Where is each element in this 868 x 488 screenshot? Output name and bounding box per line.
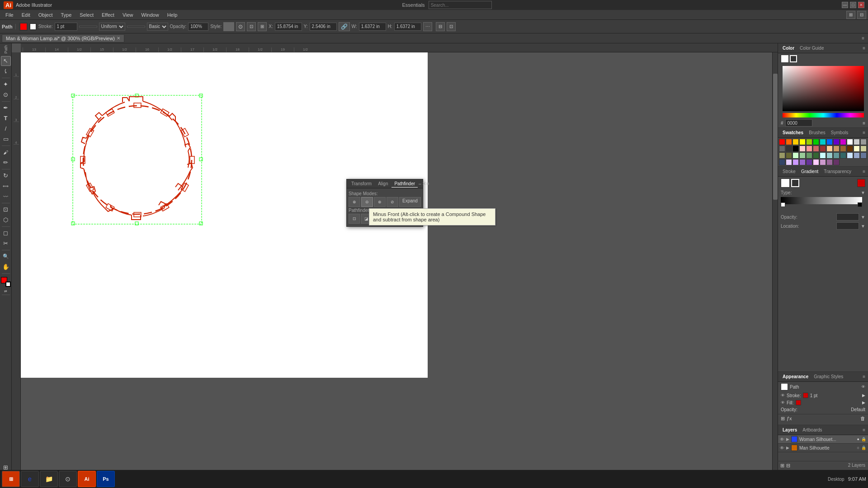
gradient-stop-white[interactable] [781,202,785,207]
color-swatch[interactable] [806,152,812,159]
color-swatch[interactable] [860,139,867,145]
color-swatch[interactable] [847,145,853,152]
appearance-fill-expand[interactable]: ▶ [862,400,865,405]
location-dropdown[interactable]: ▼ [861,224,865,229]
color-swatch[interactable] [799,152,806,159]
stroke-color-box[interactable] [19,23,28,31]
color-swatch[interactable] [833,159,840,165]
layer-2-lock[interactable]: 🔒 [861,446,866,450]
fill-color-box[interactable] [29,23,37,30]
symbol-btn[interactable]: ⊙ [236,22,245,31]
appearance-stroke-color[interactable] [803,393,808,398]
color-swatch[interactable] [854,139,860,145]
shaper-tool[interactable]: ⬡ [1,215,11,225]
vertical-scrollbar[interactable] [772,52,778,474]
visibility-icon[interactable]: 👁 [861,385,865,389]
doc-tab-close[interactable]: ✕ [117,36,120,41]
appearance-vis-stroke[interactable]: 👁 [781,393,785,398]
type-tool[interactable]: T [1,113,11,123]
layers-tab[interactable]: Layers [781,427,799,432]
appearance-tab[interactable]: Appearance [781,374,810,379]
scissors-tool[interactable]: ✂ [1,239,11,249]
stroke-type-select[interactable]: Uniform [99,23,125,31]
color-swatch[interactable] [793,145,799,152]
pathfinder-menu-icon[interactable]: ≡ [427,181,429,186]
opacity-value-input[interactable] [836,213,859,221]
layer-item-2[interactable]: 👁 ▶ Man Silhouette ○ 🔒 [778,444,868,452]
search-input[interactable] [429,1,492,9]
paintbrush-tool[interactable]: 🖌 [1,147,11,157]
layer-1-expand[interactable]: ▶ [786,437,789,441]
color-panel-menu-btn[interactable]: ≡ [863,121,865,126]
color-swatch[interactable] [826,159,833,165]
direct-selection-tool[interactable]: ⤹ [1,66,11,76]
stroke-swatch[interactable] [5,282,11,287]
color-swatch[interactable] [799,145,806,152]
color-swatch[interactable] [779,152,785,159]
intersect-button[interactable]: ⊗ [374,197,386,207]
color-swatch[interactable] [799,159,806,165]
h-input[interactable] [394,23,421,31]
stroke-red-accent[interactable] [857,179,865,187]
color-swatch[interactable] [820,159,826,165]
swap-colors-icon[interactable]: ⇄ [4,289,7,293]
appearance-add-icon[interactable]: ⊞ [781,416,785,422]
hand-tool[interactable]: ✋ [1,262,11,272]
rectangle-tool[interactable]: ▭ [1,134,11,144]
selection-tool[interactable]: ↖ [1,56,11,66]
gradient-stop-black[interactable] [858,202,862,207]
minimize-button[interactable]: — [842,2,848,8]
stroke-panel-tab-stroke[interactable]: Stroke [781,169,797,174]
link-proportions-btn[interactable]: 🔗 [339,22,350,31]
layers-menu[interactable]: ≡ [863,427,865,432]
layer-1-eye[interactable]: 👁 [780,437,784,442]
appearance-fx-icon[interactable]: ƒx [787,416,792,422]
color-swatch[interactable] [820,152,826,159]
color-swatch[interactable] [786,152,792,159]
color-swatch[interactable] [786,139,792,145]
taskbar-ai-btn[interactable]: Ai [78,471,96,487]
stroke-type-dropdown[interactable]: ▼ [861,190,865,195]
color-swatch[interactable] [854,152,860,159]
symbols-tab[interactable]: Symbols [829,130,850,135]
color-swatch[interactable] [793,152,799,159]
pathfinder-tab-align[interactable]: Align [375,180,391,187]
menu-edit[interactable]: Edit [18,11,34,19]
color-swatch[interactable] [833,139,840,145]
color-swatch[interactable] [779,159,785,165]
color-swatch[interactable] [779,139,785,145]
stroke-panel-tab-gradient[interactable]: Gradient [799,169,820,174]
appearance-stroke-expand[interactable]: ▶ [862,393,865,398]
layer-item-1[interactable]: 👁 ▶ Woman Silhouet... ● 🔒 [778,435,868,444]
color-fill-icon[interactable] [781,55,789,63]
color-swatch[interactable] [813,145,819,152]
color-swatch[interactable] [799,139,806,145]
warp-tool[interactable]: 〰 [1,192,11,202]
brushes-tab[interactable]: Brushes [807,130,827,135]
artboards-tab[interactable]: Artboards [801,427,824,432]
w-input[interactable] [359,23,386,31]
color-swatch[interactable] [826,145,833,152]
canvas-area[interactable]: 13 14 1/2 15 1/2 16 1/2 17 1/2 18 1/2 19… [12,43,778,479]
pathfinder-tab-transform[interactable]: Transform [349,180,374,187]
color-panel-menu[interactable]: ≡ [863,46,865,51]
color-swatch[interactable] [793,159,799,165]
magic-wand-tool[interactable]: ✦ [1,80,11,89]
color-swatch[interactable] [813,139,819,145]
color-swatch[interactable] [786,159,792,165]
divide-button[interactable]: ⊡ [349,214,360,224]
color-swatch[interactable] [840,152,846,159]
layer-2-target[interactable]: ○ [857,446,859,450]
align-btn[interactable]: ⊟ [436,22,445,31]
color-swatch[interactable] [860,145,867,152]
opacity-dropdown[interactable]: ▼ [861,215,865,220]
color-swatch[interactable] [833,145,840,152]
pen-tool[interactable]: ✒ [1,103,11,113]
location-value-input[interactable] [836,222,859,230]
color-swatch[interactable] [826,139,833,145]
taskbar-chrome-btn[interactable]: ⊙ [59,471,77,487]
x-input[interactable] [275,23,302,31]
view-btn-1[interactable]: ⊞ [846,11,855,19]
menu-window[interactable]: Window [138,11,163,19]
layers-add-icon[interactable]: ⊞ [780,463,784,469]
